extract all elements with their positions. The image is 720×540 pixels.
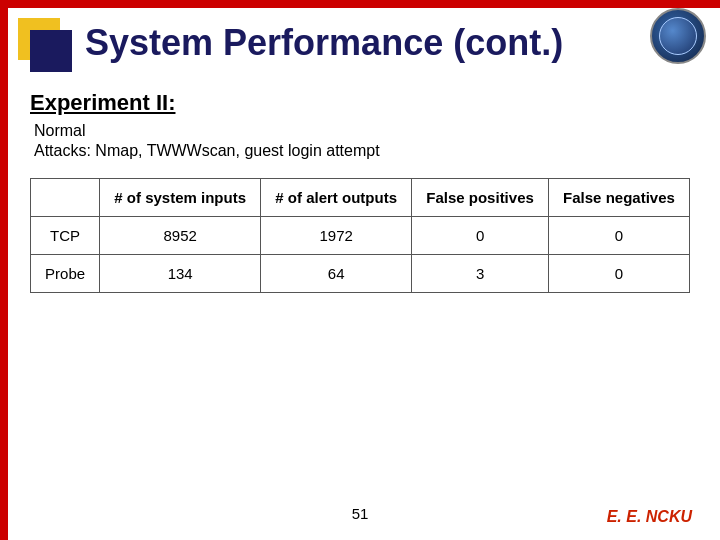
cell-alert-outputs: 64 xyxy=(261,255,412,293)
left-accent-bar xyxy=(0,0,8,540)
ncku-label: E. E. NCKU xyxy=(607,508,692,526)
content-area: Experiment II: Normal Attacks: Nmap, TWW… xyxy=(30,90,690,293)
experiment-label: Experiment II: xyxy=(30,90,690,116)
cell-false-negatives: 0 xyxy=(548,255,689,293)
logo-inner xyxy=(659,17,697,55)
logo-circle xyxy=(650,8,706,64)
attacks-text: Attacks: Nmap, TWWWscan, guest login att… xyxy=(34,142,690,160)
row-label: Probe xyxy=(31,255,100,293)
col-header-empty xyxy=(31,179,100,217)
results-table: # of system inputs # of alert outputs Fa… xyxy=(30,178,690,293)
cell-system-inputs: 134 xyxy=(100,255,261,293)
col-header-alert-outputs: # of alert outputs xyxy=(261,179,412,217)
col-header-false-positives: False positives xyxy=(412,179,549,217)
table-header-row: # of system inputs # of alert outputs Fa… xyxy=(31,179,690,217)
cell-alert-outputs: 1972 xyxy=(261,217,412,255)
accent-blue-square xyxy=(30,30,72,72)
cell-false-positives: 0 xyxy=(412,217,549,255)
normal-text: Normal xyxy=(34,122,690,140)
table-row: Probe1346430 xyxy=(31,255,690,293)
cell-false-negatives: 0 xyxy=(548,217,689,255)
col-header-false-negatives: False negatives xyxy=(548,179,689,217)
cell-false-positives: 3 xyxy=(412,255,549,293)
slide-title: System Performance (cont.) xyxy=(85,22,563,64)
col-header-system-inputs: # of system inputs xyxy=(100,179,261,217)
cell-system-inputs: 8952 xyxy=(100,217,261,255)
top-accent-bar xyxy=(0,0,720,8)
table-row: TCP8952197200 xyxy=(31,217,690,255)
page-number: 51 xyxy=(352,505,369,522)
slide-container: System Performance (cont.) Experiment II… xyxy=(0,0,720,540)
row-label: TCP xyxy=(31,217,100,255)
